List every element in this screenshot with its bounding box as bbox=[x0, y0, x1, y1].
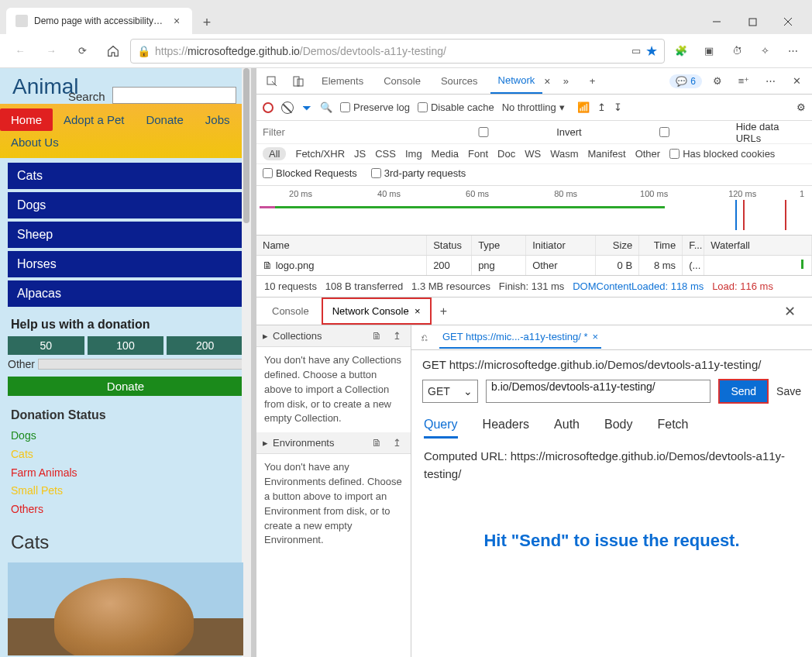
home-button[interactable] bbox=[99, 37, 127, 65]
sidenav-item[interactable]: Horses bbox=[8, 251, 243, 277]
minimize-button[interactable] bbox=[699, 9, 735, 34]
back-icon[interactable]: ⎌ bbox=[418, 332, 432, 343]
url-input[interactable]: b.io/Demos/devtools-a11y-testing/ bbox=[486, 380, 710, 403]
more-tabs-icon[interactable]: » bbox=[555, 71, 576, 92]
record-icon[interactable] bbox=[263, 102, 274, 113]
export-icon[interactable]: ↥ bbox=[389, 437, 404, 449]
url-field[interactable]: 🔒 https://microsoftedge.github.io/Demos/… bbox=[130, 39, 665, 64]
type-filter[interactable]: Img bbox=[405, 148, 422, 160]
donate-button[interactable]: Donate bbox=[8, 377, 243, 396]
subtab-auth[interactable]: Auth bbox=[554, 414, 580, 439]
back-button[interactable]: ← bbox=[6, 37, 34, 65]
subtab-headers[interactable]: Headers bbox=[483, 414, 529, 439]
disable-cache-checkbox[interactable]: Disable cache bbox=[418, 101, 494, 113]
customize-icon[interactable]: ≡⁺ bbox=[733, 71, 755, 92]
wifi-icon[interactable]: 📶 bbox=[577, 101, 590, 113]
menu-icon[interactable]: ⋯ bbox=[779, 37, 806, 65]
other-amount-slider[interactable] bbox=[38, 359, 243, 370]
settings-icon[interactable]: ⚙ bbox=[707, 71, 728, 92]
type-filter[interactable]: Fetch/XHR bbox=[295, 148, 345, 160]
type-all[interactable]: All bbox=[263, 147, 286, 160]
favorite-icon[interactable]: ★ bbox=[645, 43, 658, 60]
type-filter[interactable]: Manifest bbox=[587, 148, 625, 160]
table-row[interactable]: 🗎 logo.png 200 png Other 0 B 8 ms (... bbox=[256, 256, 812, 275]
tab-sources[interactable]: Sources bbox=[433, 69, 486, 93]
tab-elements[interactable]: Elements bbox=[314, 69, 371, 93]
issues-badge[interactable]: 💬 6 bbox=[669, 74, 702, 88]
sidenav-item[interactable]: Cats bbox=[8, 163, 243, 189]
browser-tab[interactable]: Demo page with accessibility iss × bbox=[6, 8, 192, 34]
type-filter[interactable]: Other bbox=[635, 148, 661, 160]
preserve-log-checkbox[interactable]: Preserve log bbox=[340, 101, 410, 113]
drawer-tab-console[interactable]: Console bbox=[263, 299, 318, 323]
close-tab-icon[interactable]: × bbox=[170, 15, 183, 27]
menu-home[interactable]: Home bbox=[0, 108, 53, 131]
more-icon[interactable]: ⋯ bbox=[759, 71, 781, 92]
type-filter[interactable]: WS bbox=[525, 148, 541, 160]
subtab-fetch[interactable]: Fetch bbox=[657, 414, 688, 439]
tab-network[interactable]: Network bbox=[490, 68, 543, 94]
drawer-close-icon[interactable]: ✕ bbox=[784, 303, 806, 320]
export-icon[interactable]: ↥ bbox=[389, 330, 404, 342]
inspect-icon[interactable] bbox=[261, 71, 283, 92]
amount-option[interactable]: 200 bbox=[167, 336, 243, 355]
new-tab-button[interactable]: + bbox=[195, 11, 218, 34]
extensions-icon[interactable]: 🧩 bbox=[668, 37, 694, 65]
invert-checkbox[interactable]: Invert bbox=[414, 126, 582, 138]
drawer-add-tab[interactable]: + bbox=[435, 304, 453, 318]
drawer-tab-network-console[interactable]: Network Console × bbox=[322, 298, 432, 325]
reload-button[interactable]: ⟳ bbox=[68, 37, 96, 65]
download-icon[interactable]: ↧ bbox=[614, 101, 622, 113]
third-party-checkbox[interactable]: 3rd-party requests bbox=[371, 167, 466, 179]
amount-option[interactable]: 50 bbox=[8, 336, 84, 355]
import-icon[interactable]: 🗎 bbox=[369, 437, 384, 449]
menu-donate[interactable]: Donate bbox=[135, 108, 194, 131]
menu-jobs[interactable]: Jobs bbox=[194, 108, 241, 131]
blocked-requests-checkbox[interactable]: Blocked Requests bbox=[263, 167, 357, 179]
type-filter[interactable]: Media bbox=[432, 148, 459, 160]
add-tab-icon[interactable]: + bbox=[581, 71, 603, 92]
collections-header[interactable]: ▸ Collections🗎↥ bbox=[256, 325, 411, 347]
import-icon[interactable]: 🗎 bbox=[369, 330, 384, 342]
sidenav-item[interactable]: Dogs bbox=[8, 192, 243, 218]
type-filter[interactable]: Font bbox=[468, 148, 488, 160]
send-button[interactable]: Send bbox=[718, 379, 769, 404]
menu-adopt[interactable]: Adopt a Pet bbox=[53, 108, 135, 131]
menu-about[interactable]: About Us bbox=[0, 131, 70, 153]
request-tab[interactable]: GET https://mic...-a11y-testing/ *× bbox=[439, 326, 601, 349]
clear-icon[interactable] bbox=[281, 101, 294, 114]
save-button[interactable]: Save bbox=[776, 385, 801, 397]
tab-console[interactable]: Console bbox=[376, 69, 428, 93]
has-blocked-cookies-checkbox[interactable]: Has blocked cookies bbox=[669, 148, 775, 160]
type-filter[interactable]: Doc bbox=[497, 148, 515, 160]
sidenav-item[interactable]: Alpacas bbox=[8, 280, 243, 307]
performance-icon[interactable]: ⏱ bbox=[724, 37, 750, 65]
type-filter[interactable]: Wasm bbox=[550, 148, 578, 160]
search-icon[interactable]: 🔍 bbox=[320, 101, 332, 113]
close-tab-icon[interactable]: × bbox=[544, 75, 550, 88]
maximize-button[interactable] bbox=[735, 9, 770, 34]
sidenav-item[interactable]: Sheep bbox=[8, 222, 243, 248]
search-input[interactable] bbox=[112, 87, 236, 104]
throttling-select[interactable]: No throttling ▾ bbox=[502, 101, 565, 113]
subtab-body[interactable]: Body bbox=[604, 414, 632, 439]
filter-input[interactable] bbox=[263, 126, 400, 138]
close-icon[interactable]: × bbox=[593, 331, 599, 342]
close-window-button[interactable] bbox=[770, 9, 806, 34]
upload-icon[interactable]: ↥ bbox=[597, 101, 606, 113]
environments-header[interactable]: ▸ Environments🗎↥ bbox=[256, 432, 411, 454]
network-settings-icon[interactable]: ⚙ bbox=[797, 101, 806, 113]
network-timeline[interactable]: 20 ms 40 ms 60 ms 80 ms 100 ms 120 ms 1 bbox=[256, 186, 812, 236]
type-filter[interactable]: CSS bbox=[375, 148, 396, 160]
hide-data-urls-checkbox[interactable]: Hide data URLs bbox=[596, 121, 806, 144]
appearance-icon[interactable]: ✧ bbox=[752, 37, 778, 65]
method-select[interactable]: GET⌄ bbox=[422, 380, 478, 403]
close-devtools-icon[interactable]: ✕ bbox=[786, 71, 807, 92]
amount-option[interactable]: 100 bbox=[88, 336, 164, 355]
forward-button[interactable]: → bbox=[37, 37, 65, 65]
filter-icon[interactable]: ⏷ bbox=[301, 101, 312, 114]
device-icon[interactable] bbox=[287, 71, 309, 92]
type-filter[interactable]: JS bbox=[354, 148, 366, 160]
subtab-query[interactable]: Query bbox=[424, 414, 458, 439]
reader-icon[interactable]: ▭ bbox=[631, 45, 641, 57]
